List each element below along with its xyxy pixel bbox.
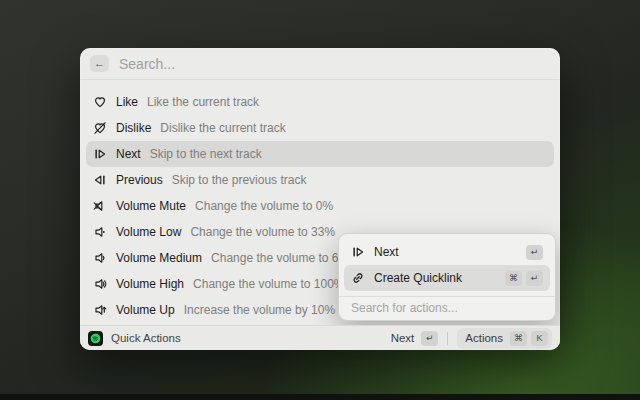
list-item-next[interactable]: Next Skip to the next track	[86, 141, 554, 167]
action-item-next[interactable]: Next ↵	[344, 239, 550, 265]
list-item-volume-mute[interactable]: Volume Mute Change the volume to 0%	[86, 193, 554, 219]
command-key-badge: ⌘	[510, 331, 527, 346]
footer-app-label: Quick Actions	[111, 332, 181, 344]
list-item-title: Like	[116, 95, 138, 109]
skip-previous-icon	[93, 173, 107, 187]
action-item-create-quicklink[interactable]: Create Quicklink ⌘ ↵	[344, 265, 550, 291]
action-item-label: Next	[374, 245, 526, 259]
action-search-input[interactable]	[339, 297, 555, 320]
list-item-subtitle: Change the volume to 100%	[193, 277, 344, 291]
list-item-title: Volume High	[116, 277, 184, 291]
link-icon	[351, 271, 365, 285]
spotify-icon	[88, 331, 103, 346]
list-item-subtitle: Increase the volume by 10%	[184, 303, 335, 317]
speaker-medium-icon	[93, 251, 107, 265]
list-item-dislike[interactable]: Dislike Dislike the current track	[86, 115, 554, 141]
actions-button-label: Actions	[465, 332, 503, 344]
footer-divider	[447, 332, 448, 345]
heart-slash-icon	[93, 121, 107, 135]
return-key-badge: ↵	[526, 245, 543, 260]
search-input[interactable]	[119, 56, 550, 72]
footer-primary-action[interactable]: Next	[391, 332, 415, 344]
status-bar: Quick Actions Next ↵ Actions ⌘ K	[80, 325, 560, 350]
speaker-mute-icon	[93, 199, 107, 213]
list-item-title: Volume Medium	[116, 251, 202, 265]
list-item-subtitle: Like the current track	[147, 95, 259, 109]
list-item-title: Previous	[116, 173, 163, 187]
actions-menu-button[interactable]: Actions ⌘ K	[457, 328, 552, 349]
list-item-title: Volume Mute	[116, 199, 186, 213]
heart-icon	[93, 95, 107, 109]
search-header: ←	[80, 48, 560, 80]
return-key-badge: ↵	[526, 271, 543, 286]
list-item-subtitle: Skip to the next track	[150, 147, 262, 161]
action-panel: Next ↵ Create Quicklink ⌘ ↵	[338, 233, 556, 321]
return-key-badge: ↵	[421, 331, 438, 346]
speaker-up-icon	[93, 303, 107, 317]
list-item-subtitle: Change the volume to 0%	[195, 199, 333, 213]
back-arrow-icon: ←	[94, 58, 105, 69]
list-item-title: Next	[116, 147, 141, 161]
back-button[interactable]: ←	[90, 55, 109, 72]
command-key-badge: ⌘	[505, 271, 522, 286]
list-item-title: Dislike	[116, 121, 151, 135]
list-item-title: Volume Up	[116, 303, 175, 317]
skip-next-icon	[93, 147, 107, 161]
list-item-like[interactable]: Like Like the current track	[86, 89, 554, 115]
speaker-low-icon	[93, 225, 107, 239]
action-item-label: Create Quicklink	[374, 271, 505, 285]
k-key-badge: K	[531, 331, 548, 346]
desktop-bottom-strip	[0, 394, 640, 400]
speaker-high-icon	[93, 277, 107, 291]
command-palette-window: ← Like Like the current track Dislike Di…	[80, 48, 560, 350]
skip-next-icon	[351, 245, 365, 259]
list-item-subtitle: Change the volume to 66%	[211, 251, 356, 265]
list-item-title: Volume Low	[116, 225, 181, 239]
list-item-previous[interactable]: Previous Skip to the previous track	[86, 167, 554, 193]
list-item-subtitle: Change the volume to 33%	[190, 225, 335, 239]
list-item-subtitle: Skip to the previous track	[172, 173, 307, 187]
list-item-subtitle: Dislike the current track	[160, 121, 285, 135]
